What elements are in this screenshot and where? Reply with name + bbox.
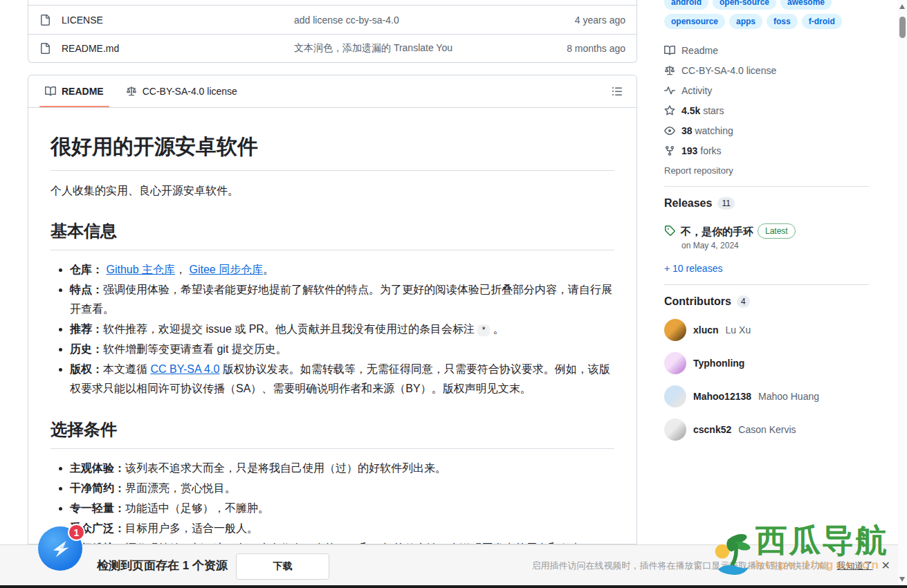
eye-icon [664,125,675,136]
latest-badge: Latest [758,223,796,239]
avatar [664,319,686,341]
repo-sidebar: androidopen-sourceawesomeopensourceappsf… [664,0,869,441]
file-name-link[interactable]: LICENSE [62,15,283,26]
readme-tabbar: README CC-BY-SA-4.0 license [28,75,636,108]
sidebar-item-label: Readme [681,45,718,56]
tag-icon [664,225,675,236]
commit-age: 4 years ago [535,15,625,26]
inline-code: * [477,324,490,336]
book-icon [664,45,675,56]
releases-heading-label: Releases [664,197,712,210]
contributor-login: cscnk52 [693,424,731,435]
tab-license[interactable]: CC-BY-SA-4.0 license [115,75,248,107]
commit-message-link[interactable]: add license cc-by-sa-4.0 [294,15,524,26]
releases-heading[interactable]: Releases 11 [664,197,869,210]
list-item: 专一轻量：功能适中（足够），不臃肿。 [70,499,614,518]
sidebar-item-cc-by-sa-4-0-license[interactable]: CC-BY-SA-4.0 license [664,60,869,80]
list-item: 主观体验：该列表不追求大而全，只是将我自己使用（过）的好软件列出来。 [70,459,614,478]
list-item: 仓库： Github 主仓库， Gitee 同步仓库。 [70,260,614,279]
sidebar-item-label: 193 forks [681,145,722,156]
sidebar-item-watching[interactable]: 38 watching [664,120,869,140]
tab-readme[interactable]: README [34,75,115,107]
book-icon [45,86,56,97]
contributor-name: Mahoo Huang [758,391,819,402]
got-it-link[interactable]: 我知道了 [837,560,873,572]
md-link[interactable]: CC BY-SA 4.0 [150,363,219,375]
file-icon [39,43,51,54]
more-releases-link[interactable]: + 10 releases [664,263,722,274]
divider [664,186,869,187]
law-icon [664,65,675,76]
table-row[interactable]: LICENSEadd license cc-by-sa-4.04 years a… [28,6,636,34]
bullet-label: 干净简约： [70,482,125,494]
repo-meta-list: ReadmeCC-BY-SA-4.0 licenseActivity4.5k s… [664,40,869,160]
contributors-heading-label: Contributors [664,295,731,308]
list-outline-icon [612,86,623,97]
sidebar-item-label: Activity [681,85,712,96]
fork-icon [664,145,675,156]
commit-message-link[interactable]: 文本润色，添加遗漏的 Translate You [294,42,524,55]
outline-icon-button[interactable] [607,82,627,101]
bullet-list: 仓库： Github 主仓库， Gitee 同步仓库。特点：强调使用体验，希望读… [51,260,614,398]
list-item: 版权：本文遵循 CC BY-SA 4.0 版权协议发表。如需转载等，无需征得同意… [70,360,614,398]
sidebar-item-label: 38 watching [681,125,733,136]
topic-pill-apps[interactable]: apps [729,14,762,29]
sidebar-item-activity[interactable]: Activity [664,80,869,100]
sidebar-item-stars[interactable]: 4.5k stars [664,100,869,120]
topic-pill-awesome[interactable]: awesome [780,0,832,10]
contributor-row[interactable]: cscnk52Cason Kervis [664,419,869,441]
contributor-login: Typhonling [693,358,744,369]
releases-count-badge: 11 [717,197,734,210]
topic-pill-f-droid[interactable]: f-droid [802,14,842,29]
releases-section: Releases 11 不，是你的手环Latest on May 4, 2024… [664,197,869,274]
extension-notice-text: 启用插件访问在线视频时，插件将在播放窗口显示获取播放链接的快捷功能 [532,560,829,572]
contributor-row[interactable]: Typhonling [664,352,869,374]
topic-list: androidopen-sourceawesomeopensourceappsf… [664,0,869,29]
contributor-row[interactable]: Mahoo12138Mahoo Huang [664,385,869,407]
bullet-label: 主观体验： [70,462,125,474]
topic-pill-opensource[interactable]: opensource [664,14,725,29]
avatar [664,419,686,441]
bullet-label: 特点： [70,284,103,295]
report-repository-link[interactable]: Report repository [664,165,733,176]
sidebar-item-label: CC-BY-SA-4.0 license [681,65,776,76]
scrollbar-up-arrow[interactable] [899,4,905,9]
file-name-link[interactable]: README.md [62,43,283,54]
scrollbar-down-arrow[interactable] [899,577,905,582]
law-icon [126,86,137,97]
section-heading: 基本信息 [51,218,614,250]
avatar [664,385,686,407]
repo-page: LICENSEadd license cc-by-sa-4.04 years a… [0,0,907,588]
readme-title: 很好用的开源安卓软件 [51,130,614,171]
window-bottom-edge [0,585,907,588]
file-icon [39,15,51,26]
table-row[interactable]: README.md文本润色，添加遗漏的 Translate You8 month… [28,34,636,62]
contributor-row[interactable]: xlucnLu Xu [664,319,869,341]
latest-release[interactable]: 不，是你的手环Latest [664,223,869,239]
sidebar-item-readme[interactable]: Readme [664,40,869,60]
pulse-icon [664,85,675,96]
topic-pill-open-source[interactable]: open-source [713,0,776,10]
contributor-login: xlucn [693,324,719,336]
avatar [664,352,686,374]
list-item: 干净简约：界面漂亮，赏心悦目。 [70,479,614,498]
md-link[interactable]: Gitee 同步仓库 [190,264,264,275]
list-item: 特点：强调使用体验，希望读者能更好地提前了解软件的特点。为了更好的阅读体验已折叠… [70,280,614,319]
sidebar-item-forks[interactable]: 193 forks [664,140,869,160]
contributors-count-badge: 4 [737,295,750,308]
close-icon[interactable]: ✕ [881,559,890,572]
topic-pill-foss[interactable]: foss [767,14,798,29]
bullet-label: 版权： [70,363,103,375]
bullet-label: 推荐： [70,323,103,335]
download-button[interactable]: 下载 [236,553,329,580]
contributor-name: Lu Xu [726,324,751,336]
topic-pill-android[interactable]: android [664,0,708,10]
list-item: 推荐：软件推荐，欢迎提交 issue 或 PR。他人贡献并且我没有使用过的条目会… [70,320,614,339]
contributors-heading[interactable]: Contributors 4 [664,295,869,308]
page-scrollbar[interactable] [898,0,907,585]
bullet-label: 仓库： [70,264,103,275]
bullet-list: 主观体验：该列表不追求大而全，只是将我自己使用（过）的好软件列出来。干净简约：界… [51,459,614,544]
scrollbar-thumb[interactable] [899,17,906,38]
contributor-name: Cason Kervis [738,424,796,435]
md-link[interactable]: Github 主仓库 [106,264,175,275]
